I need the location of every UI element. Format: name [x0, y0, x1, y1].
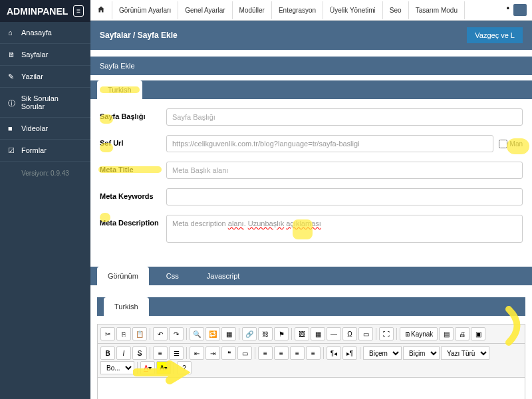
label-meta-description: Meta Description	[100, 215, 166, 227]
search-icon[interactable]: 🔍	[190, 327, 204, 340]
sidebar-item-anasayfa[interactable]: ⌂Anasayfa	[0, 22, 90, 44]
hr-icon[interactable]: —	[327, 327, 341, 340]
check-icon: ☑	[8, 146, 16, 154]
selectall-icon[interactable]: ▦	[221, 327, 236, 340]
bold-icon[interactable]: B	[100, 346, 115, 360]
dot-icon: •	[507, 4, 509, 16]
special-icon[interactable]: Ω	[342, 327, 357, 340]
subtab-görünüm[interactable]: Görünüm	[97, 267, 149, 285]
label-sef-url: Sef Url	[100, 135, 166, 147]
unlink-icon[interactable]: ⛓	[258, 327, 273, 340]
manual-checkbox[interactable]	[499, 140, 507, 148]
topnav-görünüm-ayarları[interactable]: Görünüm Ayarları	[112, 1, 178, 19]
bullist-icon[interactable]: ☰	[169, 346, 184, 360]
sidebar-item-label: Formlar	[21, 146, 47, 154]
cut-icon[interactable]: ✂	[100, 327, 115, 340]
top-nav: Görünüm AyarlarıGenel AyarlarModüllerEnt…	[90, 0, 532, 21]
manual-label: Man	[510, 140, 523, 148]
bgcolor-icon[interactable]: A▾	[156, 361, 171, 374]
iframe-icon[interactable]: ▭	[358, 327, 373, 340]
anchor-icon[interactable]: ⚑	[274, 327, 289, 340]
manual-checkbox-wrap[interactable]: Man	[499, 140, 523, 148]
sidebar-item-videolar[interactable]: ■Videolar	[0, 118, 90, 140]
sidebar-item-sik-sorulan-sorular[interactable]: ⓘSik Sorulan Sorular	[0, 88, 90, 118]
undo-icon[interactable]: ↶	[153, 327, 168, 340]
align-right-icon[interactable]: ≡	[290, 346, 305, 360]
pencil-icon: ✎	[8, 72, 16, 80]
input-sef-url[interactable]	[166, 135, 493, 152]
file-icon: 🗎	[8, 51, 16, 59]
style-select[interactable]: Biçem	[363, 346, 402, 360]
topnav-tasarım-modu[interactable]: Tasarım Modu	[409, 1, 465, 19]
table-icon[interactable]: ▦	[311, 327, 325, 340]
sidebar-item-label: Yazilar	[21, 72, 43, 80]
font-select[interactable]: Yazı Türü	[441, 346, 489, 360]
cancel-button[interactable]: Vazgeç ve L	[467, 27, 523, 43]
copy-icon[interactable]: ⎘	[116, 327, 131, 340]
source-button[interactable]: 🗎 Kaynak	[400, 327, 438, 340]
topnav-entegrasyon[interactable]: Entegrasyon	[272, 1, 323, 19]
tab-turkish[interactable]: Turkish	[97, 80, 142, 99]
label-meta-title: Meta Title	[100, 162, 166, 174]
help-icon[interactable]: ?	[177, 361, 192, 374]
sidebar: ADMINPANEL ≡ ⌂Anasayfa🗎Sayfalar✎Yazilarⓘ…	[0, 0, 90, 399]
label-page-title: Sayfa Başlığı	[100, 108, 166, 120]
editor-content[interactable]	[97, 378, 525, 399]
strike-icon[interactable]: S	[132, 346, 147, 360]
sidebar-item-sayfalar[interactable]: 🗎Sayfalar	[0, 44, 90, 66]
subtab-css[interactable]: Css	[156, 267, 190, 285]
breadcrumb-current: Sayfa Ekle	[138, 31, 178, 40]
content-tabs: GörünümCssJavascript	[90, 267, 532, 285]
quote-icon[interactable]: ❝	[221, 346, 236, 360]
editor-tab-turkish[interactable]: Turkish	[104, 297, 149, 316]
sidebar-item-label: Anasayfa	[21, 29, 52, 37]
editor-toolbar-row2: B I S ≡ ☰ ⇤ ⇥ ❝ ▭ ≡ ≡ ≡	[97, 344, 525, 378]
redo-icon[interactable]: ↷	[169, 327, 184, 340]
brand-header: ADMINPANEL ≡	[0, 0, 90, 22]
topnav-seo[interactable]: Seo	[383, 1, 409, 19]
preview-icon[interactable]: ▣	[471, 327, 485, 340]
topnav-genel-ayarlar[interactable]: Genel Ayarlar	[178, 1, 232, 19]
align-left-icon[interactable]: ≡	[258, 346, 273, 360]
numlist-icon[interactable]: ≡	[153, 346, 168, 360]
sidebar-item-formlar[interactable]: ☑Formlar	[0, 140, 90, 162]
size-select[interactable]: Bo...	[100, 361, 134, 374]
mail-icon[interactable]	[513, 4, 527, 16]
version-text: Versiyon: 0.9.43	[0, 162, 90, 185]
rtl-icon[interactable]: ▸¶	[342, 346, 357, 360]
topnav-modüller[interactable]: Modüller	[233, 1, 272, 19]
outdent-icon[interactable]: ⇤	[190, 346, 204, 360]
print-icon[interactable]: 🖨	[455, 327, 469, 340]
ltr-icon[interactable]: ¶◂	[327, 346, 341, 360]
template-icon[interactable]: ▤	[439, 327, 454, 340]
indent-icon[interactable]: ⇥	[205, 346, 220, 360]
input-page-title[interactable]	[166, 108, 523, 126]
format-select[interactable]: Biçim	[403, 346, 440, 360]
maximize-icon[interactable]: ⛶	[379, 327, 394, 340]
image-icon[interactable]: 🖼	[295, 327, 309, 340]
input-meta-description[interactable]: Meta description alanı. Uzunbaşlık açıkl…	[166, 215, 523, 243]
panel-title: Sayfa Ekle	[90, 57, 532, 75]
link-icon[interactable]: 🔗	[242, 327, 257, 340]
sidebar-item-yazilar[interactable]: ✎Yazilar	[0, 66, 90, 88]
italic-icon[interactable]: I	[116, 346, 131, 360]
home-icon[interactable]	[90, 1, 112, 19]
language-tabs: Turkish	[90, 80, 532, 99]
menu-toggle-icon[interactable]: ≡	[73, 5, 84, 17]
textcolor-icon[interactable]: A▾	[140, 361, 155, 374]
justify-icon[interactable]: ≡	[306, 346, 321, 360]
replace-icon[interactable]: 🔁	[205, 327, 220, 340]
paste-icon[interactable]: 📋	[132, 327, 147, 340]
input-meta-title[interactable]	[166, 162, 523, 179]
home-icon: ⌂	[8, 29, 16, 37]
video-icon: ■	[8, 124, 16, 132]
main-area: Görünüm AyarlarıGenel AyarlarModüllerEnt…	[90, 0, 532, 399]
input-meta-keywords[interactable]	[166, 188, 523, 205]
editor-toolbar-row1: ✂ ⎘ 📋 ↶ ↷ 🔍 🔁 ▦ 🔗 ⛓ ⚑	[97, 324, 525, 344]
align-center-icon[interactable]: ≡	[274, 346, 289, 360]
subtab-javascript[interactable]: Javascript	[196, 267, 251, 285]
div-icon[interactable]: ▭	[237, 346, 252, 360]
breadcrumb-parent[interactable]: Sayfalar	[100, 31, 131, 40]
info-icon: ⓘ	[8, 98, 16, 106]
topnav-üyelik-yönetimi[interactable]: Üyelik Yönetimi	[323, 1, 383, 19]
